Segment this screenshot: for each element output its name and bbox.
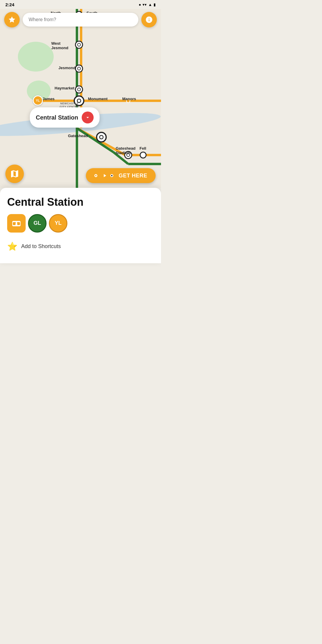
- central-station-expand-button[interactable]: [82, 112, 94, 123]
- svg-point-21: [100, 135, 103, 139]
- info-button[interactable]: [141, 12, 157, 27]
- wifi-icon: ▾▾: [143, 2, 147, 7]
- add-to-shortcuts-button[interactable]: ⭐ Add to Shortcuts: [7, 242, 154, 251]
- svg-point-14: [78, 67, 80, 70]
- panel-badges: GL YL: [7, 214, 154, 233]
- svg-point-16: [78, 88, 80, 91]
- chevron-down-icon: [85, 114, 91, 120]
- svg-line-5: [77, 128, 113, 152]
- metro-icon: [11, 218, 22, 229]
- svg-rect-32: [16, 223, 17, 225]
- station-label-fell: Fell: [140, 146, 146, 151]
- status-bar: 2:24 ● ▾▾ ▲ ▮: [0, 0, 161, 9]
- svg-rect-30: [13, 222, 16, 225]
- station-label-jesmond: Jesmond: [58, 66, 75, 70]
- svg-rect-31: [17, 222, 20, 225]
- route-start-icon: [94, 172, 101, 179]
- central-station-callout[interactable]: Central Station: [30, 107, 100, 128]
- status-icons: ● ▾▾ ▲ ▮: [139, 2, 156, 7]
- badge-yl: YL: [49, 214, 67, 233]
- svg-point-26: [95, 175, 97, 177]
- map-icon: [10, 169, 19, 179]
- arrow-icon: [102, 173, 107, 178]
- notification-icon: ●: [139, 2, 141, 7]
- battery-icon: ▮: [154, 2, 156, 7]
- search-input[interactable]: [23, 13, 138, 27]
- map-area[interactable]: NorthRoad SouthGosforth WestJesmond Jesm…: [0, 9, 161, 188]
- station-label-west-jesmond: WestJesmond: [51, 41, 68, 50]
- station-label-monument: Monument: [88, 97, 108, 101]
- map-toggle-button[interactable]: [5, 165, 24, 183]
- central-station-callout-text: Central Station: [36, 114, 78, 121]
- get-here-icon: [94, 172, 115, 179]
- header-bar: [0, 9, 161, 30]
- route-end-icon: [109, 172, 115, 179]
- svg-point-12: [78, 43, 80, 46]
- station-label-manors: Manors: [122, 97, 136, 101]
- station-label-gateshead: Gateshead: [68, 134, 88, 138]
- favorites-button[interactable]: [4, 12, 20, 27]
- yl-badge-map: YL: [33, 95, 43, 106]
- status-time: 2:24: [5, 2, 14, 7]
- bottom-panel: Central Station GL YL ⭐ Add to Shortcuts: [0, 188, 161, 263]
- svg-point-24: [140, 152, 146, 158]
- info-icon: [145, 16, 153, 24]
- shortcut-star-icon: ⭐: [7, 242, 18, 251]
- svg-point-28: [111, 175, 113, 177]
- get-here-label: GET HERE: [119, 173, 147, 179]
- star-icon: [8, 16, 16, 24]
- station-label-haymarket: Haymarket: [55, 86, 75, 90]
- badge-gl: GL: [28, 214, 47, 233]
- badge-metro-icon: [7, 214, 26, 233]
- shortcut-label: Add to Shortcuts: [21, 243, 61, 250]
- signal-icon: ▲: [148, 2, 152, 7]
- panel-station-name: Central Station: [7, 196, 154, 208]
- get-here-button[interactable]: GET HERE: [86, 168, 156, 183]
- station-label-gateshead-stadium: GatesheadStadium: [116, 146, 135, 155]
- overlay-buttons: GET HERE: [0, 160, 161, 188]
